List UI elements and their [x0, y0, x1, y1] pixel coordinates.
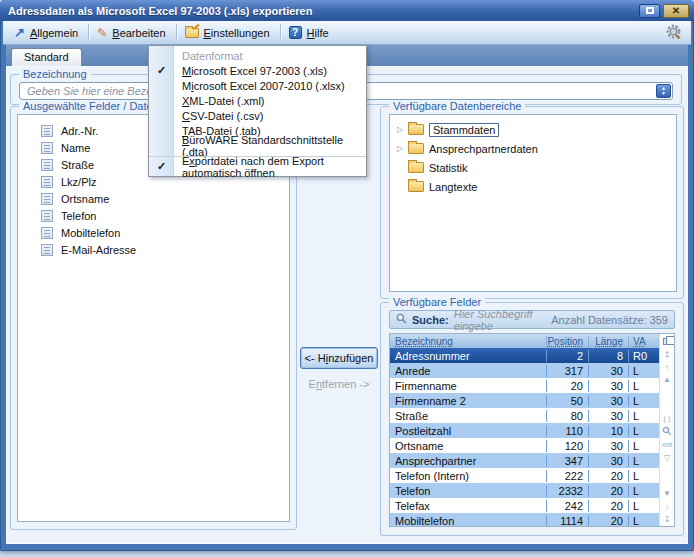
menu-group-header: Datenformat: [149, 48, 366, 63]
field-grid-icon: [41, 227, 53, 239]
check-icon: ✓: [154, 64, 169, 77]
menu-separator: [88, 24, 89, 41]
tree-item-label: Stammdaten: [429, 123, 499, 137]
expander-icon[interactable]: ▷: [397, 144, 408, 153]
table-row-mobiltelefon[interactable]: Mobiltelefon111420L: [390, 513, 659, 527]
menu-bearbeiten[interactable]: ✎Bearbeiten: [91, 25, 173, 41]
table-header[interactable]: BezeichnungPositionLängeVA: [390, 334, 659, 348]
table-row-telefon[interactable]: Telefon233220L: [390, 483, 659, 498]
menu-item-exportdatei-nach-dem-export-automatisch-öffnen[interactable]: ✓Exportdatei nach dem Export automatisch…: [149, 159, 366, 174]
cell-va: L: [628, 395, 659, 407]
menu-hilfe[interactable]: ?Hilfe: [283, 24, 337, 41]
table-row-straße[interactable]: Straße8030L: [390, 408, 659, 423]
cell-laenge: 20: [588, 515, 628, 527]
column-header-bezeichnung[interactable]: Bezeichnung: [390, 336, 546, 347]
field-item-mobiltelefon[interactable]: Mobiltelefon: [18, 224, 289, 241]
table-row-anrede[interactable]: Anrede31730L: [390, 363, 659, 378]
folder-icon: [408, 162, 424, 173]
cell-laenge: 20: [588, 485, 628, 497]
cell-bezeichnung: Ansprechpartner: [390, 455, 546, 467]
cell-va: L: [628, 380, 659, 392]
expander-icon[interactable]: ▷: [397, 125, 408, 134]
brackets-icon[interactable]: ( ): [660, 412, 674, 425]
tree-item-ansprechpartnerdaten[interactable]: ▷Ansprechpartnerdaten: [390, 139, 676, 158]
insert-down-icon[interactable]: ↓: [660, 500, 674, 513]
table-row-telefon-intern[interactable]: Telefon (Intern)22220L: [390, 468, 659, 483]
cell-laenge: 20: [588, 470, 628, 482]
search-icon: [396, 313, 407, 326]
tree-item-statistik[interactable]: Statistik: [390, 158, 676, 177]
fields-table: BezeichnungPositionLängeVA Adressnummer2…: [389, 333, 675, 527]
tab-standard[interactable]: Standard: [11, 48, 82, 66]
menu-item-microsoft-excel-97-2003-xls[interactable]: ✓Microsoft Excel 97-2003 (.xls): [149, 63, 366, 78]
menu-item-label: XML-Datei (.xml): [182, 95, 265, 107]
menu-item-büroware-standardschnittstelle-dta[interactable]: BüroWARE Standardschnittstelle (.dta): [149, 138, 366, 153]
menu-separator: [280, 24, 281, 41]
gear-icon[interactable]: [665, 22, 686, 44]
field-item-label: Ortsname: [61, 193, 109, 205]
menu-item-csv-datei-csv[interactable]: CSV-Datei (.csv): [149, 108, 366, 123]
add-button[interactable]: <- Hinzufügen: [300, 347, 378, 369]
cell-position: 50: [546, 395, 588, 407]
tree-item-stammdaten[interactable]: ▷Stammdaten: [390, 120, 676, 139]
scroll-top-icon[interactable]: ↥: [660, 348, 674, 361]
field-item-label: Name: [61, 142, 90, 154]
cell-va: L: [628, 470, 659, 482]
cell-bezeichnung: Mobiltelefon: [390, 515, 546, 527]
field-item-ortsname[interactable]: Ortsname: [18, 190, 289, 207]
field-grid-icon: [41, 210, 53, 222]
column-header-label: Länge: [595, 336, 623, 347]
export-dialog: Adressdaten als Microsoft Excel 97-2003 …: [0, 0, 694, 551]
field-item-label: Telefon: [61, 210, 96, 222]
filter-icon[interactable]: ▽: [660, 451, 674, 464]
cell-bezeichnung: Adressnummer: [390, 350, 546, 362]
column-header-position[interactable]: Position: [546, 336, 588, 347]
field-grid-icon: [41, 142, 53, 154]
column-header-länge[interactable]: Länge: [588, 336, 628, 347]
cell-bezeichnung: Telefax: [390, 500, 546, 512]
search-icon[interactable]: [660, 425, 674, 438]
sort-up-icon[interactable]: ▲: [660, 373, 674, 386]
search-bar[interactable]: Suche: Hier Suchbegriff eingebe Anzahl D…: [389, 310, 675, 329]
scroll-bottom-icon[interactable]: ↧: [660, 513, 674, 526]
cell-va: L: [628, 485, 659, 497]
move-up-icon[interactable]: ↑: [660, 361, 674, 374]
table-row-telefax[interactable]: Telefax24220L: [390, 498, 659, 513]
tree-item-label: Statistik: [429, 162, 468, 174]
table-row-adressnummer[interactable]: Adressnummer28R0: [390, 348, 659, 363]
column-chooser-icon[interactable]: [660, 335, 674, 348]
cell-position: 110: [546, 425, 588, 437]
cell-va: L: [628, 440, 659, 452]
data-areas-tree[interactable]: ▷Stammdaten▷AnsprechpartnerdatenStatisti…: [389, 114, 677, 292]
menu-item-microsoft-excel-2007-2010-xlsx[interactable]: Microsoft Excel 2007-2010 (.xlsx): [149, 78, 366, 93]
data-areas-group: Verfügbare Datenbereiche ▷Stammdaten▷Ans…: [380, 106, 684, 299]
table-row-ortsname[interactable]: Ortsname12030L: [390, 438, 659, 453]
cell-bezeichnung: Telefon: [390, 485, 546, 497]
column-header-va[interactable]: VA: [628, 336, 659, 347]
titlebar: Adressdaten als Microsoft Excel 97-2003 …: [0, 0, 694, 21]
move-down-icon[interactable]: ▼: [660, 488, 674, 501]
maximize-button[interactable]: [639, 4, 660, 18]
table-row-postleitzahl[interactable]: Postleitzahl11010L: [390, 423, 659, 438]
close-button[interactable]: ✕: [663, 4, 689, 18]
search-placeholder[interactable]: Hier Suchbegriff eingebe: [454, 308, 547, 332]
table-row-firmenname[interactable]: Firmenname2030L: [390, 378, 659, 393]
menu-item-xml-datei-xml[interactable]: XML-Datei (.xml): [149, 93, 366, 108]
xml-icon[interactable]: xml: [660, 438, 674, 451]
table-row-firmenname-2[interactable]: Firmenname 25030L: [390, 393, 659, 408]
tree-item-label: Langtexte: [429, 181, 477, 193]
folder-icon: [408, 124, 424, 135]
tree-item-langtexte[interactable]: Langtexte: [390, 177, 676, 196]
menu-einstellungen[interactable]: Einstellungen: [179, 25, 278, 41]
table-row-ansprechpartner[interactable]: Ansprechpartner34730L: [390, 453, 659, 468]
cell-va: L: [628, 425, 659, 437]
field-item-e-mail-adresse[interactable]: E-Mail-Adresse: [18, 241, 289, 258]
cell-position: 1114: [546, 515, 588, 527]
remove-button-disabled: Entfernen ->: [300, 378, 378, 390]
help-icon: ?: [289, 26, 302, 39]
cell-bezeichnung: Ortsname: [390, 440, 546, 452]
bezeichnung-dropdown-button[interactable]: ▲ ▼: [656, 84, 671, 98]
menu-label: Einstellungen: [204, 27, 270, 39]
menu-allgemein[interactable]: ↗Allgemein: [8, 24, 86, 41]
field-item-telefon[interactable]: Telefon: [18, 207, 289, 224]
